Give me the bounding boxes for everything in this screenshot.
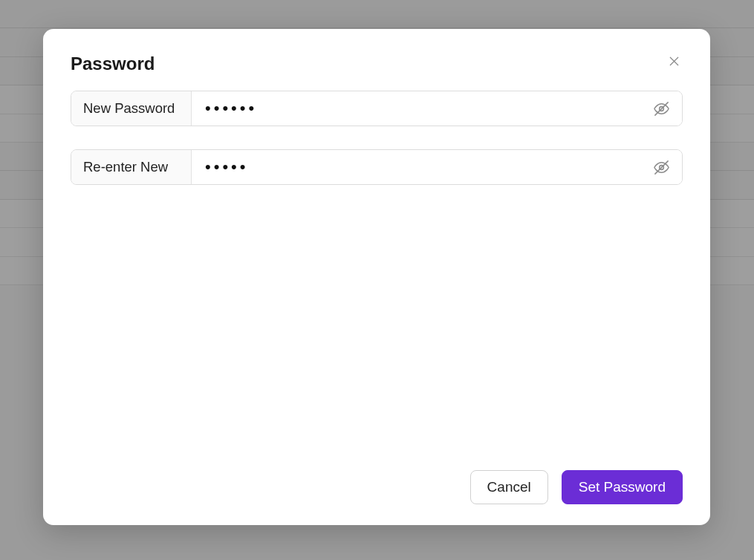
confirm-password-input[interactable]: [205, 157, 651, 177]
new-password-label: New Password: [71, 91, 192, 126]
new-password-row: New Password: [71, 91, 683, 126]
confirm-password-label: Re-enter New: [71, 150, 192, 184]
modal-footer: Cancel Set Password: [71, 470, 683, 504]
toggle-new-password-visibility[interactable]: [651, 98, 672, 119]
password-modal: Password New Password Re-enter New: [43, 29, 710, 525]
toggle-confirm-password-visibility[interactable]: [651, 157, 672, 178]
eye-off-icon: [653, 159, 670, 176]
confirm-password-row: Re-enter New: [71, 149, 683, 185]
new-password-input[interactable]: [205, 99, 651, 118]
cancel-button[interactable]: Cancel: [470, 470, 548, 504]
set-password-button[interactable]: Set Password: [562, 470, 683, 504]
confirm-password-input-wrap: [192, 150, 682, 184]
eye-off-icon: [653, 100, 670, 117]
close-icon: [667, 54, 681, 68]
close-button[interactable]: [660, 48, 687, 74]
modal-title: Password: [71, 53, 683, 74]
modal-header: Password: [71, 53, 683, 74]
new-password-input-wrap: [192, 91, 682, 126]
